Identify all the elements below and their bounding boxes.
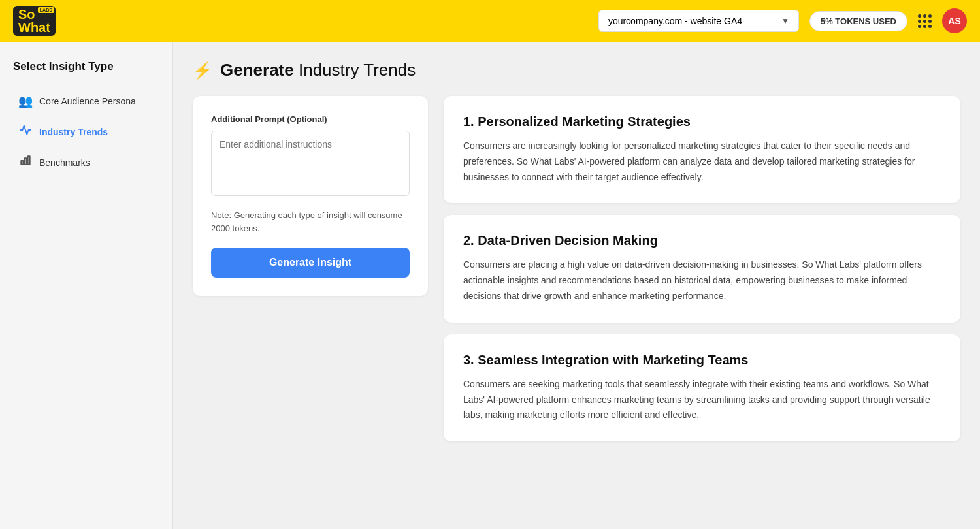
chevron-down-icon: ▼ <box>781 16 789 25</box>
prompt-label: Additional Prompt (Optional) <box>211 114 410 124</box>
additional-prompt-input[interactable] <box>211 131 410 196</box>
generate-insight-button[interactable]: Generate Insight <box>211 248 410 278</box>
insights-panel: 1. Personalized Marketing Strategies Con… <box>444 96 960 441</box>
app-logo: So LABS What <box>13 6 56 36</box>
sidebar-item-core-audience[interactable]: 👥 Core Audience Persona <box>13 88 159 115</box>
token-note: Note: Generating each type of insight wi… <box>211 209 410 234</box>
user-avatar[interactable]: AS <box>942 8 967 33</box>
tokens-usage-badge: 5% TOKENS USED <box>809 11 907 31</box>
sidebar-item-label: Core Audience Persona <box>39 96 136 106</box>
prompt-panel: Additional Prompt (Optional) Note: Gener… <box>193 96 428 296</box>
insight-body-1: Consumers are increasingly looking for p… <box>463 138 941 185</box>
two-column-layout: Additional Prompt (Optional) Note: Gener… <box>193 96 960 441</box>
logo-what: What <box>18 21 50 34</box>
sidebar-title: Select Insight Type <box>13 60 159 73</box>
insight-card-2: 2. Data-Driven Decision Making Consumers… <box>444 215 960 322</box>
page-header: ⚡ Generate Industry Trends <box>193 60 960 80</box>
insight-card-3: 3. Seamless Integration with Marketing T… <box>444 334 960 441</box>
sidebar-item-label: Benchmarks <box>39 157 90 168</box>
app-header: So LABS What yourcompany.com - website G… <box>0 0 980 42</box>
sidebar-item-industry-trends[interactable]: Industry Trends <box>13 118 159 146</box>
lightning-icon: ⚡ <box>193 61 212 80</box>
insight-title-2: 2. Data-Driven Decision Making <box>463 233 941 248</box>
sidebar-item-label: Industry Trends <box>39 127 108 137</box>
main-content: ⚡ Generate Industry Trends Additional Pr… <box>173 42 980 529</box>
svg-rect-0 <box>21 161 23 165</box>
insight-title-3: 3. Seamless Integration with Marketing T… <box>463 353 941 368</box>
insight-title-1: 1. Personalized Marketing Strategies <box>463 114 941 129</box>
bar-chart-icon <box>18 155 33 170</box>
website-selector-value: yourcompany.com - website GA4 <box>608 16 742 26</box>
page-title: Generate Industry Trends <box>220 60 416 80</box>
website-selector[interactable]: yourcompany.com - website GA4 ▼ <box>598 10 799 32</box>
people-icon: 👥 <box>18 94 33 108</box>
apps-grid-icon[interactable] <box>918 14 932 28</box>
sidebar-item-benchmarks[interactable]: Benchmarks <box>13 148 159 176</box>
chart-line-icon <box>18 124 33 139</box>
main-layout: Select Insight Type 👥 Core Audience Pers… <box>0 42 980 529</box>
sidebar: Select Insight Type 👥 Core Audience Pers… <box>0 42 173 529</box>
insight-body-3: Consumers are seeking marketing tools th… <box>463 377 941 423</box>
logo-labs: LABS <box>38 7 54 13</box>
insight-card-1: 1. Personalized Marketing Strategies Con… <box>444 96 960 203</box>
insight-body-2: Consumers are placing a high value on da… <box>463 257 941 304</box>
svg-rect-1 <box>25 158 27 165</box>
svg-rect-2 <box>28 156 30 165</box>
